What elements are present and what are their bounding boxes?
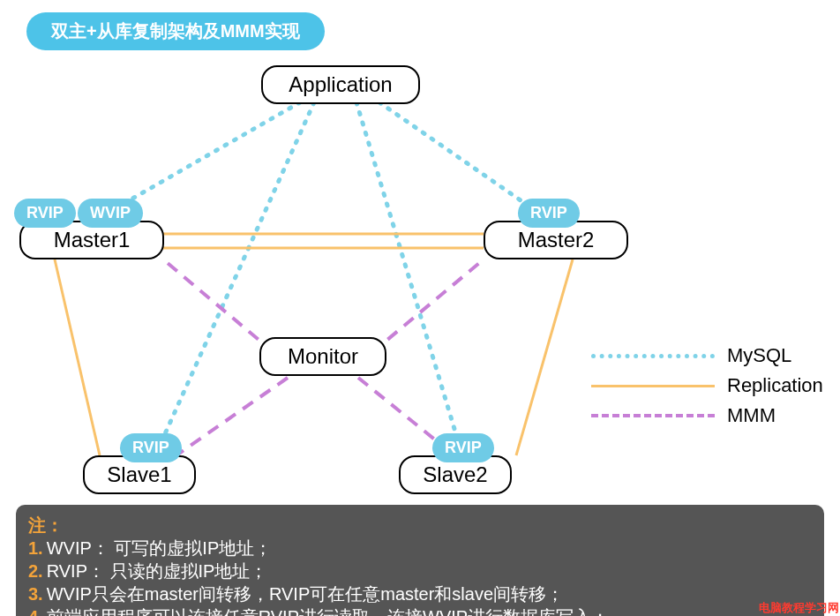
legend-label: MMM [727,404,776,427]
svg-line-9 [371,259,484,353]
vip-rvip: RVIP [432,433,494,462]
notes-panel: 注： 1.WVIP： 可写的虚拟IP地址； 2.RVIP： 只读的虚拟IP地址；… [16,505,824,616]
node-label: Slave2 [423,462,487,487]
node-label: Slave1 [107,462,171,487]
node-label: Master1 [54,228,131,252]
node-label: Master2 [518,228,595,252]
diagram-title: 双主+从库复制架构及MMM实现 [26,12,325,50]
notes-item: 2.RVIP： 只读的虚拟IP地址； [28,560,812,582]
notes-heading: 注： [28,514,812,537]
node-application: Application [261,65,420,104]
notes-item: 4.前端应用程序可以连接任意RVIP进行读取，连接WVIP进行数据库写入； [28,605,812,616]
legend-row-replication: Replication [591,371,823,401]
notes-item: 3.WVIP只会在master间转移，RVIP可在任意master和slave间… [28,582,812,605]
node-label: Monitor [288,344,358,369]
svg-line-3 [356,102,462,455]
vip-rvip: RVIP [14,199,76,228]
vip-rvip: RVIP [120,433,182,462]
vip-wvip: WVIP [78,199,143,228]
svg-line-8 [163,259,274,353]
legend-row-mysql: MySQL [591,341,823,371]
legend-label: Replication [727,374,823,397]
svg-line-6 [55,259,100,455]
legend-row-mmm: MMM [591,401,823,431]
legend-swatch [591,354,715,358]
svg-line-2 [155,102,314,455]
legend-swatch [591,385,715,387]
svg-line-10 [176,378,288,455]
svg-line-7 [516,259,573,455]
legend-swatch [591,414,715,417]
vip-rvip: RVIP [518,199,580,228]
legend-label: MySQL [727,344,791,367]
node-label: Application [289,72,392,97]
legend: MySQL Replication MMM [591,341,823,431]
watermark: 电脑教程学习网 [759,600,839,616]
node-monitor: Monitor [259,337,386,376]
notes-list: 1.WVIP： 可写的虚拟IP地址； 2.RVIP： 只读的虚拟IP地址； 3.… [28,537,812,616]
notes-item: 1.WVIP： 可写的虚拟IP地址； [28,537,812,560]
